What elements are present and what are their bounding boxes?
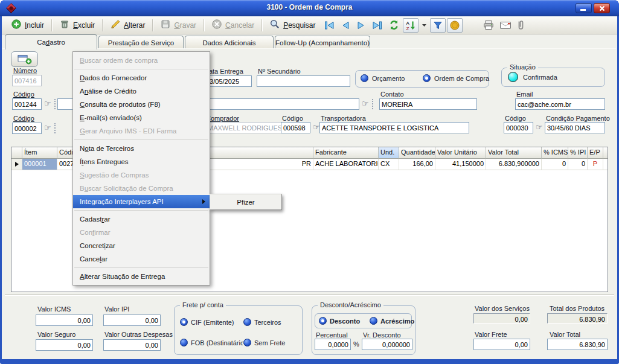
email-icon[interactable] — [498, 19, 513, 31]
menu-item-consulta-produtos[interactable]: Consulta de produtos (F8) — [73, 98, 210, 111]
acrescimo-radio[interactable] — [370, 317, 377, 325]
menu-item-confirmar[interactable]: Confirmar — [73, 226, 210, 239]
print-icon[interactable] — [481, 18, 496, 32]
codigo-2-field[interactable]: 000002 — [12, 123, 42, 134]
nav-first-button[interactable] — [321, 19, 337, 32]
menu-item-buscar-solicitacao[interactable]: Buscar Solicitação de Compra — [73, 182, 210, 195]
valor-frete-field[interactable]: 0,00 — [473, 339, 530, 350]
sem-frete-radio[interactable] — [243, 339, 251, 346]
menu-item-nota-terceiros[interactable]: Nota de Terceiros — [73, 142, 210, 155]
menu-item-analise-credito[interactable]: Análise de Crédito — [73, 85, 210, 98]
cancelar-button[interactable]: Cancelar — [207, 17, 258, 33]
sort-dropdown-button[interactable] — [420, 21, 429, 29]
cell-valor-total[interactable]: 6.830,900000 — [486, 159, 542, 170]
grid-header-quantidade[interactable]: Quantidade — [399, 147, 435, 159]
cif-radio[interactable] — [180, 318, 188, 326]
excluir-button[interactable]: Excluir — [55, 17, 99, 33]
submenu-arrow-icon — [202, 199, 205, 204]
tab-follow-up[interactable]: Follow-Up (Acompanhamento) — [275, 36, 370, 49]
tab-prestacao-de-servico[interactable]: Prestação de Serviço — [98, 36, 184, 49]
cell-perc-ipi[interactable]: 0 — [568, 159, 588, 170]
close-button[interactable] — [594, 3, 610, 13]
menu-item-sugestao-compras[interactable]: Sugestão de Compras — [73, 168, 210, 182]
menu-item-dados-fornecedor[interactable]: Dados do Fornecedor — [73, 71, 210, 85]
menu-item-emails-enviados[interactable]: E-mail(s) enviado(s) — [73, 111, 210, 124]
orcamento-radio[interactable] — [361, 74, 368, 82]
menu-item-integracao-interplayers[interactable]: Integração Interplayers API — [73, 195, 210, 208]
valor-seguro-field[interactable]: 0,00 — [36, 339, 93, 351]
condicao-pagamento-field[interactable]: 30/45/60 DIAS — [545, 122, 605, 133]
nav-next-button[interactable] — [354, 19, 368, 32]
nav-last-button[interactable] — [370, 19, 385, 32]
valor-total-field[interactable]: 6.830,90 — [547, 339, 608, 350]
grid-header-ep[interactable]: E/P — [588, 147, 603, 159]
codigo-transportadora-field[interactable]: 000030 — [504, 122, 533, 133]
codigo-fornecedor-field[interactable]: 001244 — [12, 98, 42, 110]
grid-header-valor-total[interactable]: Valor Total — [486, 147, 542, 159]
attachment-paperclip-icon[interactable] — [515, 18, 527, 32]
menu-item-buscar-ordem[interactable]: Buscar ordem de compra — [73, 54, 210, 67]
nav-previous-button[interactable] — [338, 19, 353, 32]
minimize-button[interactable] — [576, 3, 592, 13]
tab-cadastro[interactable]: Cadastro — [5, 34, 97, 49]
cell-valor-unitario[interactable]: 41,150000 — [435, 159, 486, 170]
grid-header-fabricante[interactable]: Fabricante — [313, 147, 379, 159]
cell-quantidade[interactable]: 166,00 — [399, 159, 435, 170]
email-field[interactable]: cac@ache.com.br — [515, 98, 605, 110]
ordem-de-compra-radio[interactable] — [423, 74, 431, 82]
cell-fabricante[interactable]: ACHE LABORATORIOS FA — [313, 159, 379, 170]
refresh-icon[interactable] — [386, 18, 402, 32]
cell-ep[interactable]: P — [588, 159, 603, 170]
vr-desconto-field[interactable]: 0,000000 — [362, 339, 412, 350]
grid-header-perc-ipi[interactable]: % IPI — [568, 147, 588, 159]
valor-icms-field[interactable]: 0,00 — [36, 315, 93, 326]
total-produtos-label: Total dos Produtos — [550, 305, 605, 312]
sort-az-button[interactable]: AZ — [403, 18, 419, 33]
contato-field[interactable]: MOREIRA — [379, 98, 477, 110]
tab-dados-adicionais[interactable]: Dados Adicionais — [185, 36, 274, 49]
menu-item-cadastrar[interactable]: Cadastrar — [73, 212, 210, 226]
lookup-hand-icon[interactable]: ☞ — [44, 99, 56, 109]
search-icon — [269, 19, 280, 31]
add-icon — [11, 19, 22, 31]
codigo-comprador-field[interactable]: 000598 — [281, 122, 310, 133]
menu-item-concretizar[interactable]: Concretizar — [73, 239, 210, 252]
valor-ipi-field[interactable]: 0,00 — [103, 315, 161, 326]
num-secundario-field[interactable] — [257, 75, 350, 87]
menu-item-itens-entregues[interactable]: Ítens Entregues — [73, 155, 210, 168]
coin-icon[interactable] — [447, 18, 463, 33]
codigo-fornecedor-label[interactable]: Código — [13, 91, 34, 98]
grid-header-und[interactable]: Und. — [379, 147, 399, 159]
new-window-button[interactable] — [11, 51, 38, 67]
valor-total-label: Valor Total — [550, 331, 580, 338]
grid-header-perc-icms[interactable]: % ICMS — [542, 147, 568, 159]
terceiros-radio[interactable] — [243, 318, 251, 326]
cell-item[interactable]: 000001 — [22, 159, 57, 170]
desconto-radio[interactable] — [319, 317, 327, 325]
codigo-2-label[interactable]: Código — [13, 115, 34, 122]
cell-und[interactable]: CX — [379, 159, 399, 170]
numero-label[interactable]: Número — [13, 67, 37, 74]
grid-header-valor-unitario[interactable]: Valor Unitário — [435, 147, 486, 159]
pesquisar-button[interactable]: Pesquisar — [265, 17, 319, 33]
menu-item-gerar-arquivo-ims[interactable]: Gerar Arquivo IMS - EDI Farma — [73, 124, 210, 138]
valor-outras-despesas-field[interactable]: 0,00 — [103, 339, 161, 351]
numero-field[interactable]: 007416 — [12, 75, 42, 86]
fob-radio[interactable] — [180, 339, 188, 346]
menu-item-alterar-situacao-entrega[interactable]: Alterar Situação de Entrega — [73, 270, 210, 283]
submenu-item-pfizer[interactable]: Pfizer — [237, 199, 254, 206]
percentual-field[interactable]: 0,0000 — [315, 339, 351, 350]
lookup-hand-icon[interactable]: ☞ — [362, 99, 373, 109]
lookup-hand-icon[interactable]: ☞ — [44, 123, 56, 133]
filter-icon[interactable] — [430, 18, 446, 33]
incluir-button[interactable]: Incluir — [7, 17, 48, 33]
toolbar-separator — [261, 19, 262, 31]
gravar-button[interactable]: Gravar — [156, 17, 200, 33]
menu-item-cancelar[interactable]: Cancelar — [73, 252, 210, 266]
cell-perc-icms[interactable]: 0 — [542, 159, 568, 170]
alterar-button[interactable]: Alterar — [106, 17, 149, 33]
grid-header-item[interactable]: Ítem — [22, 147, 57, 159]
data-entrega-field[interactable]: 23/05/2025 — [204, 75, 252, 87]
comprador-label[interactable]: Comprador — [206, 115, 239, 122]
transportadora-field[interactable]: ACETTE TRANSPORTE E LOGISTICA — [319, 122, 469, 133]
